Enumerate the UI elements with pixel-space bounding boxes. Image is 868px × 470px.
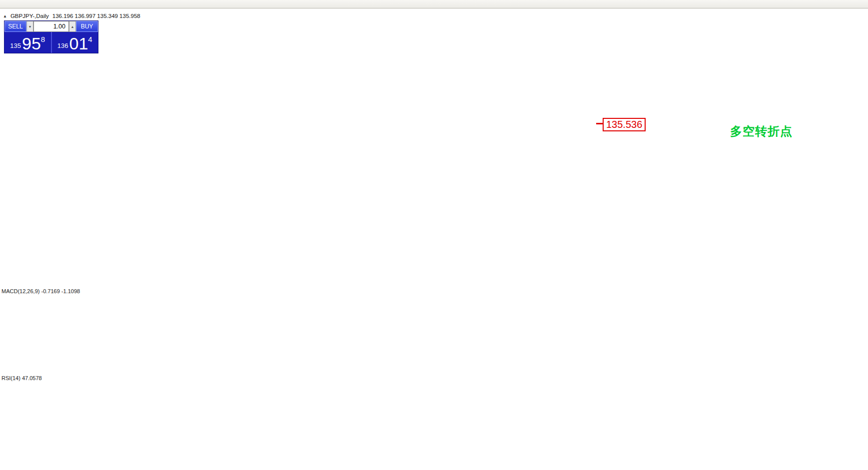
price-flag-anchor xyxy=(596,123,603,124)
buy-price-big: 01 xyxy=(69,36,88,51)
symbol-period-label: GBPJPY-,Daily xyxy=(10,13,49,19)
toolbar xyxy=(0,0,868,8)
buy-price[interactable]: 136 01 4 xyxy=(52,32,98,53)
buy-price-prefix: 136 xyxy=(57,42,68,49)
lot-size-input[interactable] xyxy=(33,21,69,32)
symbol-info-bar: ▲ GBPJPY-,Daily 136.196 136.997 135.349 … xyxy=(3,13,140,19)
chart-canvas[interactable] xyxy=(0,0,868,470)
lot-decrease-button[interactable]: ▼ xyxy=(26,21,33,32)
one-click-trading-panel: SELL ▼ ▲ BUY 135 95 8 136 01 4 xyxy=(4,20,98,53)
symbol-ohlc-values: 136.196 136.997 135.349 135.958 xyxy=(52,13,140,19)
buy-button[interactable]: BUY xyxy=(76,21,98,32)
sell-price-prefix: 135 xyxy=(10,42,21,49)
sell-price-big: 95 xyxy=(22,36,41,51)
annotation-text[interactable]: 多空转折点 xyxy=(730,123,793,139)
price-flag-label[interactable]: 135.536 xyxy=(603,118,646,131)
lot-increase-button[interactable]: ▲ xyxy=(69,21,76,32)
sell-price-pip: 8 xyxy=(41,35,45,43)
rsi-indicator-label: RSI(14) 47.0578 xyxy=(1,375,42,381)
trade-panel-toggle-icon[interactable]: ▲ xyxy=(3,14,7,18)
sell-button[interactable]: SELL xyxy=(4,21,26,32)
buy-price-pip: 4 xyxy=(88,35,92,43)
macd-indicator-label: MACD(12,26,9) -0.7169 -1.1098 xyxy=(1,288,80,294)
sell-price[interactable]: 135 95 8 xyxy=(4,32,52,53)
